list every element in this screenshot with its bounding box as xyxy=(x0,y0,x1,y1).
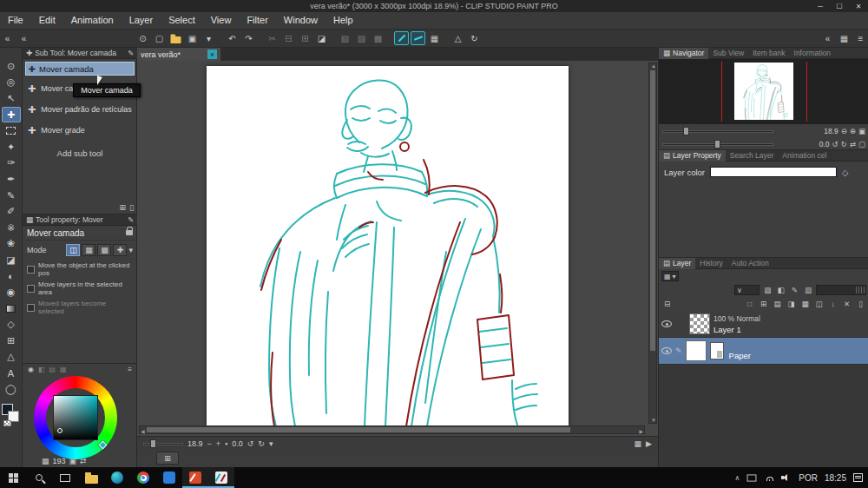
new-document-icon[interactable]: ▢ xyxy=(152,31,167,45)
tab-auto-action[interactable]: Auto Action xyxy=(727,258,773,269)
rotate-view-icon[interactable]: ↻ xyxy=(467,31,482,45)
save-icon[interactable]: ▣ xyxy=(185,31,200,45)
balloon-tool-icon[interactable]: ◯ xyxy=(2,381,21,398)
scroll-left-icon[interactable]: ◀ xyxy=(141,428,145,434)
edge-browser-icon[interactable] xyxy=(104,467,130,488)
taskbar-search-icon[interactable] xyxy=(26,467,52,488)
frame-border-tool-icon[interactable]: ⊞ xyxy=(2,333,21,349)
zoom-tool-icon[interactable]: ⊙ xyxy=(2,58,21,75)
zoom-in-icon[interactable]: + xyxy=(216,439,220,448)
layer-row-paper[interactable]: ✎ Paper xyxy=(659,338,868,365)
delete-layer-icon[interactable]: ▯ xyxy=(855,299,866,309)
visibility-eye-icon[interactable] xyxy=(661,347,672,354)
clock[interactable]: 18:25 xyxy=(825,473,846,483)
decoration-tool-icon[interactable]: ❀ xyxy=(2,236,21,253)
file-explorer-icon[interactable] xyxy=(78,467,104,488)
navigator-flip-icon[interactable]: ⇄ xyxy=(850,140,856,148)
navigator-zoom-in-icon[interactable]: ⊕ xyxy=(850,127,856,135)
tray-display-icon[interactable] xyxy=(747,474,757,481)
menu-window[interactable]: Window xyxy=(276,12,326,29)
palette-color-combo[interactable]: ▦ ▾ xyxy=(661,271,679,281)
rotate-ccw-icon[interactable]: ↺ xyxy=(247,439,254,448)
tab-search-layer[interactable]: Search Layer xyxy=(726,150,779,162)
document-tab[interactable]: vera verão* × xyxy=(137,48,220,61)
undo-icon[interactable]: ↶ xyxy=(225,31,240,45)
navigator-rotate-ccw-icon[interactable]: ↺ xyxy=(832,140,838,148)
pencil-tool-icon[interactable]: ✎ xyxy=(2,188,21,204)
visibility-eye-icon[interactable] xyxy=(661,320,672,327)
set-draft-icon[interactable]: ✎ xyxy=(789,285,800,295)
zoom-command-icon[interactable]: ⊙ xyxy=(135,31,150,45)
minimize-button[interactable]: ─ xyxy=(811,0,830,12)
clear-layer-icon[interactable]: ✕ xyxy=(841,299,852,309)
color-set-tab-icon[interactable]: ▤ xyxy=(49,366,56,373)
hue-ring[interactable] xyxy=(34,376,117,459)
menu-layer[interactable]: Layer xyxy=(122,12,161,29)
redo-icon[interactable]: ↷ xyxy=(241,31,256,45)
subtool-selected-item[interactable]: ✚ Mover camada xyxy=(25,62,135,76)
layer-thumbnail[interactable] xyxy=(686,340,707,361)
color-swap-icon[interactable]: ⇄ xyxy=(80,457,87,465)
hand-tool-icon[interactable]: ◎ xyxy=(2,75,21,91)
new-folder-icon[interactable]: ▤ xyxy=(772,299,783,309)
gradient-tool-icon[interactable] xyxy=(2,300,21,317)
maximize-button[interactable]: ☐ xyxy=(830,0,849,12)
menu-help[interactable]: Help xyxy=(326,12,361,29)
status-dropdown-icon[interactable]: ▾ xyxy=(269,439,273,448)
layer-row-layer1[interactable]: 100 % Normal Layer 1 xyxy=(659,311,868,338)
workspace-grid-icon[interactable]: ▦ xyxy=(837,31,852,45)
text-tool-icon[interactable]: A xyxy=(2,365,21,381)
action-center-icon[interactable] xyxy=(853,473,863,482)
navigator-fit-icon[interactable]: ▣ xyxy=(858,127,865,135)
menu-edit[interactable]: Edit xyxy=(31,12,63,29)
tab-item-bank[interactable]: Item bank xyxy=(748,48,789,59)
navigator-zoom-out-icon[interactable]: ⊖ xyxy=(841,127,847,135)
lock-icon[interactable] xyxy=(126,230,133,235)
mode-button-4[interactable]: ✚ xyxy=(113,244,127,256)
tab-history[interactable]: History xyxy=(695,258,727,269)
vertical-scrollbar-thumb[interactable] xyxy=(650,70,655,351)
rotate-cw-icon[interactable]: ↻ xyxy=(258,439,265,448)
combine-layer-icon[interactable]: ◫ xyxy=(813,299,825,309)
mode-dropdown-icon[interactable]: ▾ xyxy=(128,246,133,254)
add-subtool-icon[interactable]: ⊞ xyxy=(120,203,127,212)
hidden-icons-chevron-icon[interactable]: ∧ xyxy=(734,474,740,482)
tab-layer-property[interactable]: ▤ Layer Property xyxy=(659,150,726,162)
snap-to-grid-icon[interactable]: ▦ xyxy=(427,31,442,45)
delete-subtool-icon[interactable]: ▯ xyxy=(129,203,134,212)
collapse-left-icon[interactable]: « xyxy=(0,31,15,45)
ruler-icon[interactable]: △ xyxy=(450,31,465,45)
snap-to-ruler-icon[interactable] xyxy=(394,31,409,45)
layer-color-effect-icon[interactable]: ◇ xyxy=(842,168,848,177)
zoom-out-icon[interactable]: − xyxy=(207,439,212,448)
color-mode-icon[interactable]: ▣ xyxy=(69,457,77,465)
collapse-left-icon-2[interactable]: « xyxy=(16,31,31,45)
color-slider-tab-icon[interactable]: ◧ xyxy=(38,366,45,373)
menu-select[interactable]: Select xyxy=(161,12,203,29)
eraser-tool-icon[interactable]: ◪ xyxy=(2,252,21,268)
horizontal-scrollbar[interactable]: ◀ ▶ xyxy=(139,425,645,434)
add-subtool-button[interactable]: Add sub tool xyxy=(23,144,137,162)
figure-tool-icon[interactable]: ◇ xyxy=(2,317,21,333)
navigator-rotate-cw-icon[interactable]: ↻ xyxy=(841,140,847,148)
save-dropdown-icon[interactable]: ▾ xyxy=(201,31,216,45)
open-file-icon[interactable] xyxy=(168,31,183,45)
ruler-tool-icon[interactable]: △ xyxy=(2,349,21,366)
new-vector-layer-icon[interactable]: ⊞ xyxy=(758,299,769,309)
subtool-edit-icon[interactable]: ✎ xyxy=(128,49,134,57)
start-button[interactable] xyxy=(0,467,26,488)
auto-select-tool-icon[interactable]: ✦ xyxy=(2,139,21,155)
navigator-reset-icon[interactable]: ▢ xyxy=(858,140,865,148)
layer-thumbnail[interactable] xyxy=(689,313,710,334)
color-panel-menu-icon[interactable]: ≡ xyxy=(128,366,132,373)
tab-animation-cel[interactable]: Animation cel xyxy=(778,150,831,162)
blue-app-icon[interactable] xyxy=(156,467,182,488)
scroll-up-icon[interactable]: ▲ xyxy=(651,63,656,69)
color-history-tab-icon[interactable]: ▦ xyxy=(60,366,67,373)
fill-tool-icon[interactable]: ◉ xyxy=(2,284,21,300)
layer-opacity-slider[interactable] xyxy=(816,285,866,295)
navigator-thumbnail[interactable] xyxy=(734,63,793,120)
menu-file[interactable]: File xyxy=(0,12,31,29)
blend-tool-icon[interactable]: ◐ xyxy=(2,268,21,285)
clip-to-layer-icon[interactable]: ▥ xyxy=(803,285,814,295)
